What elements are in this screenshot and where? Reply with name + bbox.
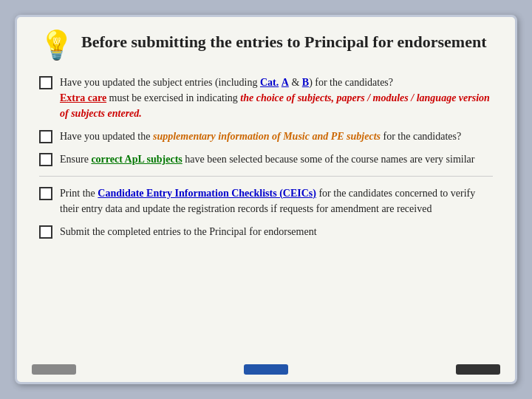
marker-gray (32, 364, 76, 375)
extra-care-label: Extra care (60, 92, 106, 103)
text-span: must be exercised in indicating (106, 92, 240, 103)
list-item: Submit the completed entries to the Prin… (39, 224, 493, 239)
checkbox-5[interactable] (39, 225, 52, 239)
text-span: Have you updated the (60, 131, 153, 142)
page-title: Before submitting the entries to Princip… (81, 32, 487, 53)
ceics-label: Candidate Entry Information Checklists (… (98, 188, 316, 199)
text-span: ) for the candidates? (309, 77, 393, 88)
checklist: Have you updated the subject entries (in… (39, 75, 493, 239)
item-text-5: Submit the completed entries to the Prin… (60, 224, 493, 239)
text-span: Have you updated the subject entries (in… (60, 77, 260, 88)
supplementary-label: supplementary information of Music and P… (153, 131, 381, 142)
cat-b-label: B (302, 77, 309, 88)
item-text-2: Have you updated the supplementary infor… (60, 129, 493, 144)
list-item: Have you updated the supplementary infor… (39, 129, 493, 144)
header: 💡 Before submitting the entries to Princ… (39, 32, 493, 61)
text-span: Print the (60, 188, 98, 199)
correct-apl-label: correct ApL subjects (91, 154, 182, 165)
checkbox-2[interactable] (39, 130, 52, 143)
text-span: Submit the completed entries to the Prin… (60, 226, 317, 237)
list-item: Ensure correct ApL subjects have been se… (39, 151, 493, 167)
checkbox-3[interactable] (39, 153, 52, 166)
checkbox-1[interactable] (39, 76, 52, 89)
bulb-icon: 💡 (39, 29, 74, 61)
checkbox-4[interactable] (39, 187, 52, 200)
item-text-4: Print the Candidate Entry Information Ch… (60, 185, 493, 216)
text-span: for the candidates? (381, 131, 461, 142)
text-span: Ensure (60, 154, 91, 165)
cat-a-label: A (282, 77, 289, 88)
list-item: Have you updated the subject entries (in… (39, 75, 493, 121)
item-text-1: Have you updated the subject entries (in… (60, 75, 493, 121)
whiteboard: 💡 Before submitting the entries to Princ… (15, 15, 517, 384)
text-span: have been selected because some of the c… (183, 154, 475, 165)
bottom-bar (17, 364, 515, 375)
item-text-3: Ensure correct ApL subjects have been se… (60, 151, 493, 167)
divider (39, 176, 493, 177)
cat-label: Cat. (260, 77, 279, 88)
marker-dark (456, 364, 500, 375)
text-span: & (289, 77, 302, 88)
list-item: Print the Candidate Entry Information Ch… (39, 185, 493, 216)
marker-blue (244, 364, 288, 375)
